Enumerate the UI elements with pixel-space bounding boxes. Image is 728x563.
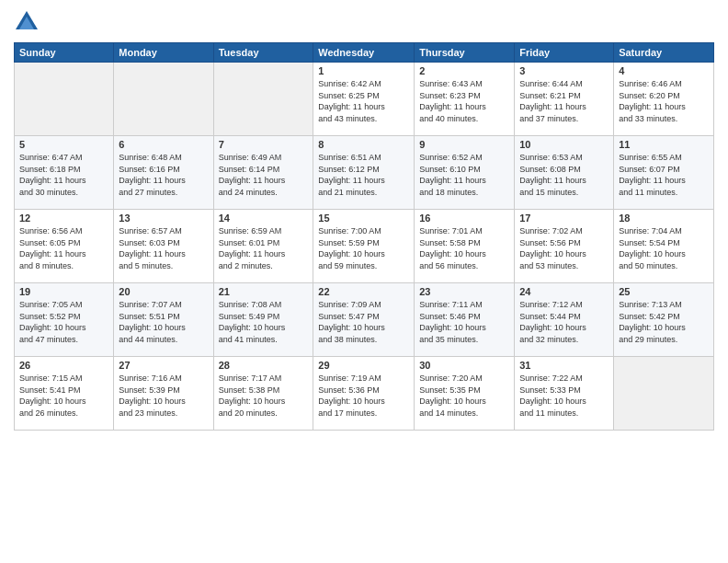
calendar-cell <box>15 63 114 136</box>
calendar-cell <box>114 63 213 136</box>
day-info: Sunrise: 7:07 AM Sunset: 5:51 PM Dayligh… <box>119 299 208 345</box>
day-info: Sunrise: 6:53 AM Sunset: 6:08 PM Dayligh… <box>519 152 609 198</box>
logo <box>14 9 43 35</box>
calendar-cell: 9Sunrise: 6:52 AM Sunset: 6:10 PM Daylig… <box>415 136 515 210</box>
day-number: 21 <box>219 286 309 297</box>
week-row-5: 26Sunrise: 7:15 AM Sunset: 5:41 PM Dayli… <box>15 357 714 431</box>
day-number: 26 <box>19 360 108 371</box>
day-number: 6 <box>119 139 208 150</box>
day-number: 30 <box>419 360 509 371</box>
week-row-1: 1Sunrise: 6:42 AM Sunset: 6:25 PM Daylig… <box>15 63 714 136</box>
day-info: Sunrise: 6:49 AM Sunset: 6:14 PM Dayligh… <box>219 152 309 198</box>
weekday-thursday: Thursday <box>415 43 515 63</box>
logo-icon <box>14 9 40 35</box>
calendar-cell: 26Sunrise: 7:15 AM Sunset: 5:41 PM Dayli… <box>15 357 114 431</box>
day-info: Sunrise: 7:05 AM Sunset: 5:52 PM Dayligh… <box>19 299 108 345</box>
day-number: 31 <box>519 360 609 371</box>
day-info: Sunrise: 6:42 AM Sunset: 6:25 PM Dayligh… <box>318 78 409 124</box>
day-info: Sunrise: 6:48 AM Sunset: 6:16 PM Dayligh… <box>119 152 208 198</box>
header <box>14 9 714 35</box>
day-info: Sunrise: 7:20 AM Sunset: 5:35 PM Dayligh… <box>419 373 509 419</box>
day-number: 29 <box>318 360 409 371</box>
calendar-cell: 12Sunrise: 6:56 AM Sunset: 6:05 PM Dayli… <box>15 210 114 283</box>
day-info: Sunrise: 7:11 AM Sunset: 5:46 PM Dayligh… <box>419 299 509 345</box>
day-info: Sunrise: 7:12 AM Sunset: 5:44 PM Dayligh… <box>519 299 609 345</box>
calendar-cell: 15Sunrise: 7:00 AM Sunset: 5:59 PM Dayli… <box>313 210 415 283</box>
day-info: Sunrise: 6:57 AM Sunset: 6:03 PM Dayligh… <box>119 225 208 271</box>
day-info: Sunrise: 6:59 AM Sunset: 6:01 PM Dayligh… <box>219 225 309 271</box>
week-row-4: 19Sunrise: 7:05 AM Sunset: 5:52 PM Dayli… <box>15 283 714 357</box>
day-number: 12 <box>19 213 108 224</box>
day-info: Sunrise: 6:55 AM Sunset: 6:07 PM Dayligh… <box>619 152 709 198</box>
day-number: 9 <box>419 139 509 150</box>
calendar-cell: 18Sunrise: 7:04 AM Sunset: 5:54 PM Dayli… <box>614 210 714 283</box>
day-info: Sunrise: 7:15 AM Sunset: 5:41 PM Dayligh… <box>19 373 108 419</box>
calendar-cell: 22Sunrise: 7:09 AM Sunset: 5:47 PM Dayli… <box>313 283 415 357</box>
day-number: 4 <box>619 65 709 76</box>
calendar-cell <box>213 63 313 136</box>
calendar-cell: 23Sunrise: 7:11 AM Sunset: 5:46 PM Dayli… <box>415 283 515 357</box>
day-info: Sunrise: 7:13 AM Sunset: 5:42 PM Dayligh… <box>619 299 709 345</box>
day-info: Sunrise: 6:44 AM Sunset: 6:21 PM Dayligh… <box>519 78 609 124</box>
calendar-cell: 28Sunrise: 7:17 AM Sunset: 5:38 PM Dayli… <box>213 357 313 431</box>
calendar-cell: 30Sunrise: 7:20 AM Sunset: 5:35 PM Dayli… <box>415 357 515 431</box>
day-number: 23 <box>419 286 509 297</box>
day-info: Sunrise: 7:09 AM Sunset: 5:47 PM Dayligh… <box>318 299 409 345</box>
day-number: 14 <box>219 213 309 224</box>
day-info: Sunrise: 7:22 AM Sunset: 5:33 PM Dayligh… <box>519 373 609 419</box>
day-info: Sunrise: 6:56 AM Sunset: 6:05 PM Dayligh… <box>19 225 108 271</box>
day-info: Sunrise: 7:02 AM Sunset: 5:56 PM Dayligh… <box>519 225 609 271</box>
weekday-monday: Monday <box>114 43 213 63</box>
day-info: Sunrise: 7:16 AM Sunset: 5:39 PM Dayligh… <box>119 373 208 419</box>
day-number: 28 <box>219 360 309 371</box>
calendar-cell: 21Sunrise: 7:08 AM Sunset: 5:49 PM Dayli… <box>213 283 313 357</box>
weekday-wednesday: Wednesday <box>313 43 415 63</box>
calendar-cell: 3Sunrise: 6:44 AM Sunset: 6:21 PM Daylig… <box>515 63 614 136</box>
weekday-tuesday: Tuesday <box>213 43 313 63</box>
day-info: Sunrise: 7:17 AM Sunset: 5:38 PM Dayligh… <box>219 373 309 419</box>
day-number: 1 <box>318 65 409 76</box>
day-info: Sunrise: 6:52 AM Sunset: 6:10 PM Dayligh… <box>419 152 509 198</box>
weekday-saturday: Saturday <box>614 43 714 63</box>
day-number: 15 <box>318 213 409 224</box>
day-number: 13 <box>119 213 208 224</box>
day-number: 10 <box>519 139 609 150</box>
day-number: 11 <box>619 139 709 150</box>
day-info: Sunrise: 7:04 AM Sunset: 5:54 PM Dayligh… <box>619 225 709 271</box>
calendar-cell: 1Sunrise: 6:42 AM Sunset: 6:25 PM Daylig… <box>313 63 415 136</box>
calendar-cell: 2Sunrise: 6:43 AM Sunset: 6:23 PM Daylig… <box>415 63 515 136</box>
weekday-friday: Friday <box>515 43 614 63</box>
weekday-sunday: Sunday <box>15 43 114 63</box>
calendar-cell <box>614 357 714 431</box>
day-info: Sunrise: 6:51 AM Sunset: 6:12 PM Dayligh… <box>318 152 409 198</box>
day-number: 20 <box>119 286 208 297</box>
day-info: Sunrise: 7:19 AM Sunset: 5:36 PM Dayligh… <box>318 373 409 419</box>
calendar-cell: 5Sunrise: 6:47 AM Sunset: 6:18 PM Daylig… <box>15 136 114 210</box>
day-number: 3 <box>519 65 609 76</box>
day-number: 22 <box>318 286 409 297</box>
day-number: 27 <box>119 360 208 371</box>
day-number: 18 <box>619 213 709 224</box>
calendar: SundayMondayTuesdayWednesdayThursdayFrid… <box>14 42 714 431</box>
day-number: 7 <box>219 139 309 150</box>
calendar-cell: 25Sunrise: 7:13 AM Sunset: 5:42 PM Dayli… <box>614 283 714 357</box>
calendar-cell: 13Sunrise: 6:57 AM Sunset: 6:03 PM Dayli… <box>114 210 213 283</box>
day-number: 24 <box>519 286 609 297</box>
weekday-header-row: SundayMondayTuesdayWednesdayThursdayFrid… <box>15 43 714 63</box>
calendar-cell: 20Sunrise: 7:07 AM Sunset: 5:51 PM Dayli… <box>114 283 213 357</box>
day-info: Sunrise: 6:47 AM Sunset: 6:18 PM Dayligh… <box>19 152 108 198</box>
page: SundayMondayTuesdayWednesdayThursdayFrid… <box>0 0 728 563</box>
calendar-cell: 6Sunrise: 6:48 AM Sunset: 6:16 PM Daylig… <box>114 136 213 210</box>
calendar-cell: 16Sunrise: 7:01 AM Sunset: 5:58 PM Dayli… <box>415 210 515 283</box>
day-number: 19 <box>19 286 108 297</box>
calendar-cell: 24Sunrise: 7:12 AM Sunset: 5:44 PM Dayli… <box>515 283 614 357</box>
calendar-cell: 19Sunrise: 7:05 AM Sunset: 5:52 PM Dayli… <box>15 283 114 357</box>
calendar-cell: 7Sunrise: 6:49 AM Sunset: 6:14 PM Daylig… <box>213 136 313 210</box>
day-number: 17 <box>519 213 609 224</box>
calendar-cell: 29Sunrise: 7:19 AM Sunset: 5:36 PM Dayli… <box>313 357 415 431</box>
calendar-cell: 31Sunrise: 7:22 AM Sunset: 5:33 PM Dayli… <box>515 357 614 431</box>
calendar-cell: 17Sunrise: 7:02 AM Sunset: 5:56 PM Dayli… <box>515 210 614 283</box>
day-info: Sunrise: 7:08 AM Sunset: 5:49 PM Dayligh… <box>219 299 309 345</box>
day-number: 16 <box>419 213 509 224</box>
day-number: 25 <box>619 286 709 297</box>
